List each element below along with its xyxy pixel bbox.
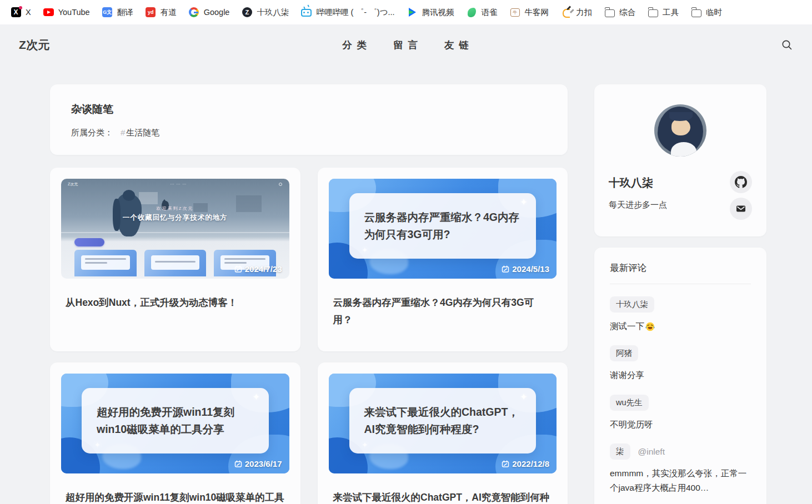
comment-mention: @inleft — [638, 447, 665, 457]
browser-bookmarks-bar: X X YouTube G文 翻译 yd 有道 Google Z 十玖八柒 哔哩… — [0, 0, 812, 24]
bookmark-label: 临时 — [706, 7, 722, 18]
folder-icon — [648, 7, 658, 18]
bookmark-google[interactable]: Google — [183, 4, 236, 21]
post-cover-image[interactable]: Z次元 ⋯ ⋯ ⋯ 欢迎来到Z次元 一个收藏回忆与分享技术的地方 — [61, 179, 289, 279]
bookmark-x[interactable]: X X — [4, 4, 37, 21]
category-title: 杂谈随笔 — [71, 102, 547, 117]
comment-item[interactable]: 十玖八柒 测试一下 — [610, 296, 751, 334]
bookmark-nowcoder[interactable]: 牛 牛客网 — [504, 4, 555, 21]
post-card[interactable]: Z次元 ⋯ ⋯ ⋯ 欢迎来到Z次元 一个收藏回忆与分享技术的地方 — [50, 168, 300, 351]
post-title[interactable]: 来尝试下最近很火的ChatGPT，AI究竟智能到何种程度? — [333, 489, 553, 504]
cover-text-panel: 超好用的免费开源win11复刻win10磁吸菜单的工具分享 — [82, 388, 269, 453]
bookmark-translate[interactable]: G文 翻译 — [96, 4, 139, 21]
comment-text: emmmm，其实没那么夸张，正常一个java程序大概占用400… — [610, 466, 751, 496]
bookmark-label: 工具 — [663, 7, 679, 18]
sparkle-icon: ✦ — [362, 441, 368, 449]
site-logo[interactable]: Z次元 — [19, 37, 50, 53]
bookmark-label: 语雀 — [482, 7, 498, 18]
sparkle-icon: ✦ — [520, 391, 528, 403]
comment-author-badge: 阿猪 — [610, 345, 638, 361]
post-card[interactable]: 来尝试下最近很火的ChatGPT，AI究竟智能到何种程度? ✦ ✦ 2022/1… — [318, 362, 568, 504]
post-date: 2023/6/17 — [234, 459, 282, 468]
yuque-icon — [467, 7, 477, 18]
bookmark-label: X — [26, 8, 31, 17]
sparkle-icon: ✦ — [520, 196, 528, 208]
bookmark-folder-zonghe[interactable]: 综合 — [598, 4, 641, 21]
cover-railing — [61, 232, 289, 233]
nav-friends[interactable]: 友 链 — [444, 38, 470, 52]
divider — [610, 284, 751, 284]
post-date: 2024/7/23 — [234, 264, 282, 274]
mini-site-logo: Z次元 — [68, 182, 78, 187]
nowcoder-icon: 牛 — [510, 7, 520, 18]
comment-author-badge: wu先生 — [610, 395, 649, 411]
sparkle-icon: ✦ — [362, 246, 368, 254]
post-cover-image[interactable]: 来尝试下最近很火的ChatGPT，AI究竟智能到何种程度? ✦ ✦ 2022/1… — [329, 374, 557, 473]
bookmark-label: 十玖八柒 — [257, 7, 289, 18]
x-icon: X — [11, 7, 21, 18]
category-label: 所属分类： — [71, 128, 113, 138]
recent-comments-card: 最新评论 十玖八柒 测试一下 阿猪 谢谢分享 wu先生 不明觉历呀 — [594, 248, 766, 504]
bookmark-leetcode[interactable]: 力扣 — [555, 4, 598, 21]
email-link[interactable] — [730, 198, 752, 220]
category-tag-link[interactable]: #生活随笔 — [121, 128, 159, 138]
bookmark-label: 牛客网 — [525, 7, 549, 18]
comment-item[interactable]: 柒 @inleft emmmm，其实没那么夸张，正常一个java程序大概占用40… — [610, 443, 751, 496]
comment-text: 测试一下 — [610, 319, 644, 334]
hash-icon: # — [121, 128, 125, 137]
tencent-video-icon — [407, 7, 418, 18]
bookmark-yuque[interactable]: 语雀 — [460, 4, 504, 21]
comment-item[interactable]: wu先生 不明觉历呀 — [610, 395, 751, 432]
bookmark-youdao[interactable]: yd 有道 — [139, 4, 183, 21]
main-nav: 分 类 留 言 友 链 — [342, 38, 470, 52]
bookmark-youtube[interactable]: YouTube — [37, 4, 96, 21]
bookmark-label: 腾讯视频 — [422, 7, 454, 18]
comment-author-badge: 十玖八柒 — [610, 296, 654, 313]
avatar[interactable] — [654, 104, 706, 157]
post-card[interactable]: 云服务器内存严重缩水？4G内存为何只有3G可用? ✦ ✦ 2024/5/13 云… — [318, 168, 568, 351]
bilibili-icon — [301, 7, 312, 18]
nav-categories[interactable]: 分 类 — [342, 38, 368, 52]
google-translate-icon: G文 — [102, 7, 113, 18]
youtube-icon — [43, 7, 54, 18]
post-cover-image[interactable]: 超好用的免费开源win11复刻win10磁吸菜单的工具分享 ✦ ✦ 2023/6… — [61, 374, 289, 473]
post-title[interactable]: 从Hexo到Nuxt，正式升级为动态博客！ — [66, 294, 285, 335]
sparkle-icon: ✦ — [94, 441, 101, 449]
github-icon — [735, 176, 747, 188]
bookmark-label: 有道 — [161, 7, 177, 18]
cover-pill-button — [74, 238, 104, 246]
post-card[interactable]: 超好用的免费开源win11复刻win10磁吸菜单的工具分享 ✦ ✦ 2023/6… — [50, 362, 300, 504]
comment-text: 不明觉历呀 — [610, 417, 653, 432]
category-header-card: 杂谈随笔 所属分类： #生活随笔 — [50, 84, 568, 155]
bookmark-label: 哔哩哔哩 ( ゜- ゜)つ... — [316, 7, 394, 18]
bookmark-bilibili[interactable]: 哔哩哔哩 ( ゜- ゜)つ... — [295, 4, 400, 21]
post-title[interactable]: 云服务器内存严重缩水？4G内存为何只有3G可用？ — [333, 294, 553, 351]
nav-guestbook[interactable]: 留 言 — [393, 38, 419, 52]
cover-text-panel: 来尝试下最近很火的ChatGPT，AI究竟智能到何种程度? — [349, 388, 537, 453]
youdao-icon: yd — [146, 7, 156, 18]
cover-text-panel: 云服务器内存严重缩水？4G内存为何只有3G可用? — [349, 193, 537, 259]
cover-welcome-text: 欢迎来到Z次元 — [61, 205, 289, 211]
google-icon — [189, 7, 199, 18]
github-link[interactable] — [730, 171, 752, 193]
bookmark-shijiubaqi[interactable]: Z 十玖八柒 — [235, 4, 295, 21]
comment-author-badge: 柒 — [610, 443, 630, 460]
post-date: 2022/12/8 — [502, 459, 549, 468]
site-header: Z次元 分 类 留 言 友 链 — [0, 24, 812, 65]
mini-site-avatar — [279, 183, 282, 186]
site-favicon-icon: Z — [242, 7, 252, 18]
sidebar: 十玖八柒 每天进步多一点 最新评论 — [594, 84, 766, 504]
bookmark-tencent-video[interactable]: 腾讯视频 — [401, 4, 460, 21]
recent-comments-title: 最新评论 — [610, 262, 751, 274]
main-column: 杂谈随笔 所属分类： #生活随笔 Z次元 ⋯ ⋯ ⋯ — [50, 84, 568, 504]
post-title[interactable]: 超好用的免费开源win11复刻win10磁吸菜单的工具分享 — [66, 489, 285, 504]
cover-slogan-text: 一个收藏回忆与分享技术的地方 — [61, 213, 289, 223]
mini-site-nav: Z次元 ⋯ ⋯ ⋯ — [68, 182, 283, 187]
search-icon[interactable] — [781, 39, 793, 51]
bookmark-folder-linshi[interactable]: 临时 — [685, 4, 728, 21]
comment-item[interactable]: 阿猪 谢谢分享 — [610, 345, 751, 382]
bookmark-label: 力扣 — [576, 7, 592, 18]
bookmark-folder-gongju[interactable]: 工具 — [641, 4, 685, 21]
page-background: Z次元 分 类 留 言 友 链 杂谈随笔 所属分类： #生活随笔 — [0, 24, 812, 504]
post-cover-image[interactable]: 云服务器内存严重缩水？4G内存为何只有3G可用? ✦ ✦ 2024/5/13 — [329, 179, 557, 279]
